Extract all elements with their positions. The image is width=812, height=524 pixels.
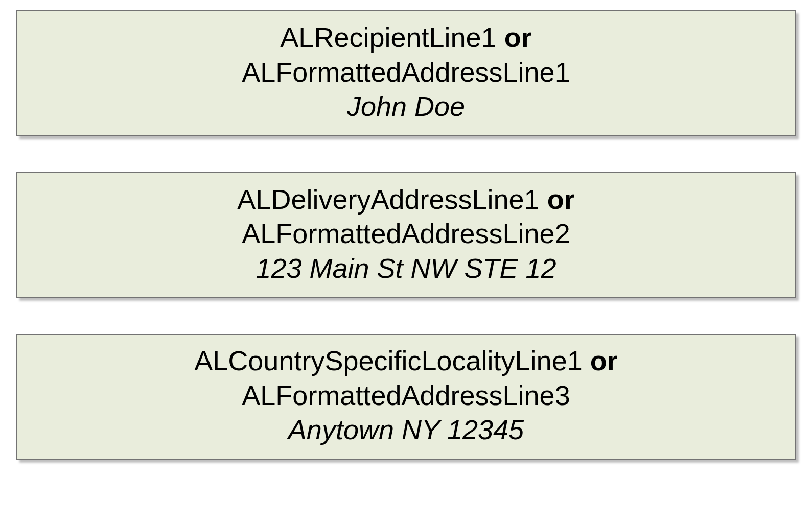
example-value: 123 Main St NW STE 12 (22, 251, 790, 286)
primary-label: ALCountrySpecificLocalityLine1 (194, 345, 582, 376)
secondary-label: ALFormattedAddressLine2 (22, 217, 790, 251)
primary-label-line: ALDeliveryAddressLine1 or (22, 182, 790, 217)
example-value: John Doe (22, 89, 790, 124)
secondary-label: ALFormattedAddressLine1 (22, 55, 790, 90)
primary-label-line: ALRecipientLine1 or (22, 20, 790, 55)
or-separator: or (590, 345, 618, 376)
address-line-block-1: ALRecipientLine1 or ALFormattedAddressLi… (16, 10, 796, 136)
address-line-block-2: ALDeliveryAddressLine1 or ALFormattedAdd… (16, 172, 796, 298)
or-separator: or (504, 22, 532, 53)
primary-label: ALDeliveryAddressLine1 (237, 184, 539, 215)
or-separator: or (547, 184, 575, 215)
primary-label-line: ALCountrySpecificLocalityLine1 or (22, 344, 790, 378)
example-value: Anytown NY 12345 (22, 413, 790, 447)
address-line-block-3: ALCountrySpecificLocalityLine1 or ALForm… (16, 334, 796, 460)
secondary-label: ALFormattedAddressLine3 (22, 378, 790, 413)
primary-label: ALRecipientLine1 (280, 22, 496, 53)
